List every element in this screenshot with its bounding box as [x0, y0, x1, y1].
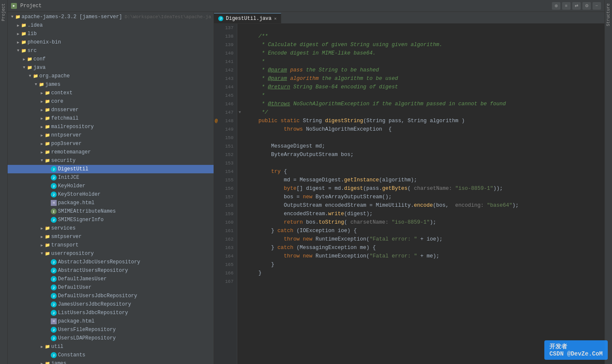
- tree-item[interactable]: ▶📁util: [8, 342, 214, 351]
- tree-item[interactable]: ▶📁nntpserver: [8, 131, 214, 140]
- tree-item-icon: 📁: [45, 361, 50, 364]
- tree-item[interactable]: ▶📁fetchmail: [8, 114, 214, 123]
- tree-item[interactable]: ▶📁core: [8, 97, 214, 106]
- tree-item[interactable]: ▶📁conf: [8, 55, 214, 63]
- tree-item[interactable]: ▶📁mailrepository: [8, 123, 214, 131]
- code-line: */: [246, 108, 604, 117]
- tree-item[interactable]: JConstants: [8, 351, 214, 359]
- tree-item-icon: J: [51, 293, 57, 299]
- tree-item-label: KeyHolder: [58, 183, 85, 189]
- tree-item[interactable]: JDefaultJamesUser: [8, 275, 214, 283]
- code-line: throw new RuntimeException("Fatal error:…: [246, 235, 604, 244]
- tree-item-icon: H: [51, 318, 57, 324]
- tree-item[interactable]: JListUsersJdbcRepository: [8, 309, 214, 317]
- tree-item-icon: 📁: [33, 74, 38, 79]
- tree-item[interactable]: ▼📁security: [8, 156, 214, 165]
- tree-item[interactable]: ▶📁context: [8, 89, 214, 97]
- line-number: 158: [214, 201, 237, 210]
- code-line: md = MessageDigest.getInstance(algorithm…: [246, 176, 604, 184]
- fold-gutter: ▼: [237, 24, 242, 364]
- fold-marker: [237, 32, 242, 41]
- tree-item[interactable]: ▶📁services: [8, 224, 214, 233]
- line-number: 150: [214, 134, 237, 142]
- tree-item[interactable]: ▼📁apache-james-2.3.2 [james-server]D:\Wo…: [8, 13, 214, 21]
- line-number: 138: [214, 32, 237, 41]
- tree-item[interactable]: ▼📁java: [8, 63, 214, 72]
- tree-item-icon: 📁: [45, 150, 50, 155]
- tree-item[interactable]: JUsersLDAPRepository: [8, 334, 214, 342]
- tree-arrow: ▶: [39, 142, 45, 146]
- tab-digestutil[interactable]: J DigestUtil.java ✕: [214, 13, 281, 23]
- tree-item[interactable]: Hpackage.html: [8, 199, 214, 207]
- tree-item[interactable]: JDigestUtil: [8, 165, 214, 173]
- tree-item[interactable]: Hpackage.html: [8, 317, 214, 326]
- tree-item[interactable]: ▶📁transport: [8, 241, 214, 249]
- tree-arrow: ▶: [39, 125, 45, 129]
- tree-item[interactable]: JJamesUsersJdbcRepository: [8, 300, 214, 309]
- tree-item[interactable]: JUsersFileRepository: [8, 326, 214, 334]
- tree-arrow: ▶: [39, 99, 45, 104]
- tree-item-icon: J: [51, 175, 57, 181]
- code-line: }: [246, 269, 604, 277]
- tree-arrow: ▶: [39, 150, 45, 155]
- line-number: 140: [214, 49, 237, 57]
- collapse-button[interactable]: ≡: [562, 2, 571, 10]
- tree-item[interactable]: ▶📁dnsserver: [8, 106, 214, 114]
- tree-item[interactable]: ▼📁org.apache: [8, 72, 214, 80]
- tree-item[interactable]: JKeyStoreHolder: [8, 190, 214, 199]
- tree-item[interactable]: ISMIMEAttributeNames: [8, 207, 214, 216]
- structure-side-tab[interactable]: Structure: [604, 0, 612, 364]
- fold-marker: [237, 159, 242, 167]
- tree-item[interactable]: JSMIMESignerInfo: [8, 216, 214, 224]
- code-line: [246, 24, 604, 32]
- tab-close-button[interactable]: ✕: [274, 16, 277, 21]
- tree-item[interactable]: ▶📁pop3server: [8, 140, 214, 148]
- tree-item[interactable]: ▶📁james: [8, 359, 214, 364]
- fold-marker[interactable]: ▼: [237, 108, 242, 117]
- tree-item[interactable]: JDefaultUser: [8, 283, 214, 292]
- tree-item-label: pop3server: [51, 141, 82, 147]
- code-content[interactable]: /** * Calculate digest of given String u…: [242, 24, 604, 364]
- tree-item[interactable]: ▶📁.idea: [8, 21, 214, 30]
- tree-item[interactable]: ▼📁src: [8, 47, 214, 55]
- main-container: ▶ Project ⊕ ≡ ⇄ ⚙ − ▼📁apache-james-2.3.2…: [8, 0, 604, 364]
- project-icon: ▶: [11, 3, 17, 9]
- tree-item-icon: 📁: [21, 48, 26, 53]
- tree-arrow: ▼: [9, 15, 15, 19]
- code-line: * Calculate digest of given String using…: [246, 41, 604, 49]
- code-line: bos = new ByteArrayOutputStream();: [246, 193, 604, 201]
- locate-button[interactable]: ⊕: [552, 2, 560, 10]
- tree-view[interactable]: ▼📁apache-james-2.3.2 [james-server]D:\Wo…: [8, 12, 214, 364]
- tree-item-icon: J: [51, 259, 57, 265]
- tree-item-label: DefaultUsersJdbcRepository: [58, 293, 137, 299]
- tree-item-label: SMIMESignerInfo: [58, 217, 104, 223]
- tree-item-icon: J: [51, 268, 57, 274]
- tree-item[interactable]: ▶📁phoenix-bin: [8, 38, 214, 47]
- tree-item[interactable]: JInitJCE: [8, 173, 214, 182]
- tree-item-label: UsersLDAPRepository: [58, 335, 116, 341]
- minimize-button[interactable]: −: [593, 2, 601, 10]
- tree-item-label: services: [51, 225, 76, 231]
- tree-item[interactable]: ▼📁userrepository: [8, 249, 214, 258]
- tree-item[interactable]: ▶📁lib: [8, 30, 214, 38]
- tree-item-label: core: [51, 99, 63, 104]
- tree-item[interactable]: JKeyHolder: [8, 182, 214, 190]
- sort-button[interactable]: ⇄: [572, 2, 581, 10]
- tree-item-label: mailrepository: [51, 124, 94, 130]
- tree-item[interactable]: JDefaultUsersJdbcRepository: [8, 292, 214, 300]
- code-line: * @throws NoSuchAlgorithmException if th…: [246, 100, 604, 108]
- tree-item[interactable]: JAbstractJdbcUsersRepository: [8, 258, 214, 266]
- tree-item-label: fetchmail: [51, 115, 79, 121]
- tree-item[interactable]: ▼📁james: [8, 80, 214, 89]
- code-line: encodedStream.write(digest);: [246, 210, 604, 218]
- settings-button[interactable]: ⚙: [582, 2, 591, 10]
- tree-item[interactable]: ▶📁remotemanager: [8, 148, 214, 156]
- tree-item[interactable]: ▶📁smtpserver: [8, 233, 214, 241]
- tree-item-icon: 📁: [45, 107, 50, 112]
- code-line: /**: [246, 32, 604, 41]
- project-side-tab[interactable]: Project: [0, 0, 8, 364]
- tree-item[interactable]: JAbstractUsersRepository: [8, 266, 214, 275]
- tree-arrow: ▼: [27, 74, 33, 78]
- tab-label: DigestUtil.java: [226, 16, 272, 22]
- code-line: * Encode digest in MIME-like base64.: [246, 49, 604, 57]
